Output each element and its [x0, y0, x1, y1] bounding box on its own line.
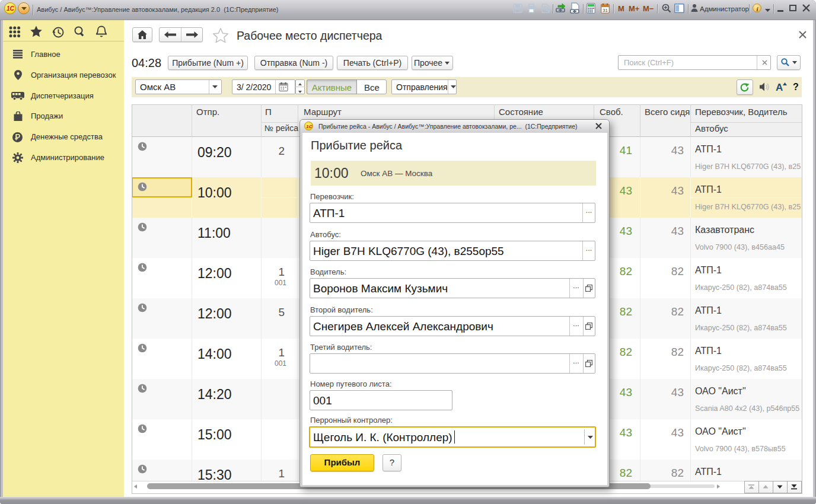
svg-text:31: 31 — [603, 8, 608, 13]
